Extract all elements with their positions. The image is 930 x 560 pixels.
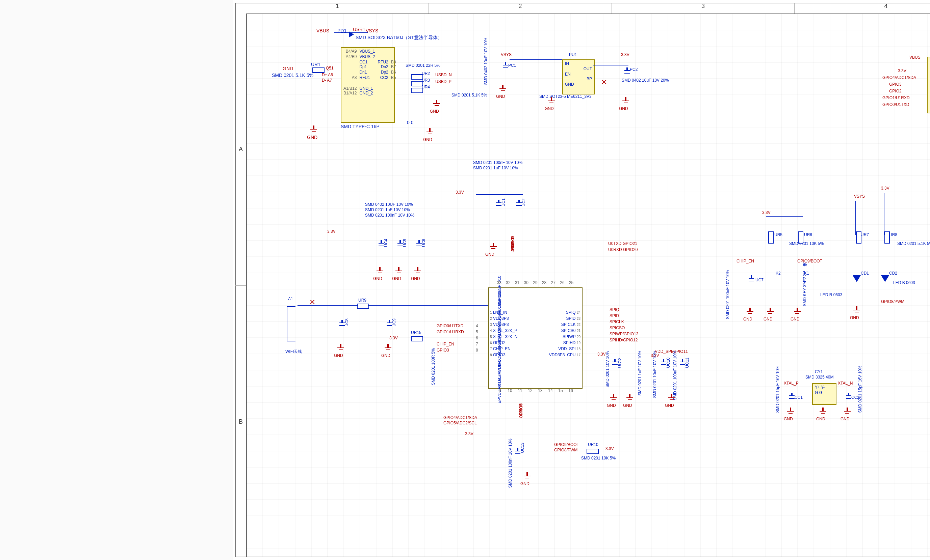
net-3v3-ic: 3.3V bbox=[390, 336, 398, 341]
bb2-0: GPIO9/BOOT bbox=[554, 443, 579, 447]
zero-symbol: 0 0 bbox=[407, 120, 413, 125]
gnd-ur4 bbox=[433, 100, 441, 108]
pu1-value: SMD SOT23-5 ME6211_3V3 bbox=[539, 94, 592, 99]
usb-right-names: RFU2 Dn2 Dp2 CC2 bbox=[377, 49, 388, 97]
ref-uc12: UC12 bbox=[617, 357, 622, 368]
uc7-cap bbox=[749, 275, 754, 285]
h2-n5: GPIO2 bbox=[889, 89, 902, 94]
net-usbd-p: USBD_P bbox=[435, 80, 451, 84]
gnd-cy1-label: GND bbox=[816, 417, 825, 421]
ur3-resistor bbox=[411, 81, 423, 86]
gnd-usb bbox=[309, 126, 318, 133]
gnd-zero-label: GND bbox=[423, 138, 432, 142]
gnd-k2-label: GND bbox=[764, 317, 773, 322]
net-chip-en: CHIP_EN bbox=[736, 259, 754, 264]
ur10-value: SMD 0201 10K 5% bbox=[581, 456, 616, 460]
ur1-gnd: GND bbox=[283, 66, 293, 71]
cd2-value: LED B 0603 bbox=[893, 281, 915, 285]
ref-uc8: UC8 bbox=[345, 318, 349, 327]
rc-val3: SMD 0201 100nF 10V 10% bbox=[673, 351, 677, 400]
rnet-4: SPIWP/GPIO13 bbox=[610, 332, 638, 336]
3v3-mid: 3.3V bbox=[456, 190, 464, 195]
ref-k2: K2 bbox=[776, 271, 781, 276]
line-vsys-pu1 bbox=[510, 59, 562, 60]
gnd-rc1 bbox=[610, 394, 617, 402]
uc11-cap bbox=[680, 359, 685, 368]
h2-n0: VBUS bbox=[909, 55, 921, 60]
gnd-uc6 bbox=[414, 267, 422, 275]
col-4: 4 bbox=[795, 3, 930, 14]
h2-n3: GPIO4/ADC1/SDA bbox=[882, 75, 916, 80]
gnd-ur4-label: GND bbox=[430, 109, 439, 114]
nc-a1 bbox=[309, 299, 315, 305]
pinnum-8: 8 bbox=[476, 348, 478, 353]
uc4-value: SMD 0402 10UF 10V 10% bbox=[365, 203, 413, 207]
gnd-cd1 bbox=[853, 306, 861, 315]
gnd-uc9 bbox=[384, 344, 392, 352]
uc6-cap bbox=[416, 240, 422, 250]
3v3-left: 3.3V bbox=[327, 229, 336, 234]
pinnum-6: 6 bbox=[476, 336, 478, 341]
line-3v3-uc bbox=[476, 194, 523, 195]
net-lbl-3: CHIP_EN bbox=[437, 342, 454, 347]
gnd-cy1 bbox=[819, 408, 827, 416]
usb-dn: D- A7 bbox=[322, 78, 332, 83]
gnd-k1-label: GND bbox=[790, 317, 800, 322]
gnd-uc8-label: GND bbox=[334, 354, 343, 358]
gnd-rc1b-label: GND bbox=[623, 404, 632, 408]
3v3-led: 3.3V bbox=[881, 186, 890, 190]
usb-right-pins: B8 B7 B6 B5 bbox=[391, 49, 396, 97]
gnd-uc5-label: GND bbox=[392, 277, 401, 281]
line-pu1-3v3 bbox=[593, 65, 628, 66]
rnet-5: SPIHD/GPIO12 bbox=[610, 338, 637, 342]
gnd-cd1-label: GND bbox=[850, 316, 859, 320]
ref-uc6: UC6 bbox=[422, 239, 426, 247]
line-en-3v3 bbox=[766, 216, 803, 216]
gnd-k2 bbox=[766, 308, 774, 316]
k1-value: SMD KEY 3*4*2 2P 按键 bbox=[803, 270, 807, 306]
usb-left-pins: B4/A9 A4/B9 A8 A1/B12 B1/A12 bbox=[343, 49, 357, 97]
gnd-pu1-in-label: GND bbox=[496, 94, 505, 99]
ic-top-nums: 33 32 31 30 29 28 27 26 25 bbox=[495, 281, 576, 285]
ref-uc1: UC1 bbox=[502, 198, 506, 206]
cc1-value: SMD 0201 15pF 16V 10% bbox=[776, 366, 780, 413]
3v3-en: 3.3V bbox=[762, 210, 771, 215]
gnd-rc2-label: GND bbox=[665, 404, 674, 408]
gnd-k1 bbox=[793, 308, 801, 316]
usb-left-names: VBUS_1 VBUS_2 CC1 Dp1 Dn1 RFU1 GND_1 GND… bbox=[359, 49, 375, 97]
ref-uc2: UC2 bbox=[522, 198, 526, 206]
gnd-cc2-label: GND bbox=[841, 417, 850, 421]
rnet-1: SPID bbox=[610, 314, 619, 318]
net-lbl-4: GPIO3 bbox=[437, 348, 449, 353]
ref-pc2: PC2 bbox=[630, 68, 637, 72]
3v3-right-caps: 3.3V bbox=[597, 352, 606, 357]
ref-ur5: UR5 bbox=[774, 233, 782, 237]
ref-ur4: UR4 bbox=[422, 85, 430, 89]
col-1: 1 bbox=[246, 3, 429, 14]
schematic-sheet: 1 2 3 4 5 A B B4/A9 A4/B9 A8 A1/B12 B1/A… bbox=[232, 0, 930, 560]
gnd-uc8 bbox=[337, 344, 345, 352]
nc-bp bbox=[601, 80, 607, 85]
cap-values-2: SMD 0201 1uF 10V 10% bbox=[473, 166, 518, 170]
col-3: 3 bbox=[612, 3, 795, 14]
ref-cd2: CD2 bbox=[889, 271, 897, 276]
cd1-value: LED R 0603 bbox=[820, 293, 842, 297]
ref-ur9: UR9 bbox=[358, 298, 366, 302]
ref-ur1: UR1 bbox=[311, 62, 320, 67]
vsys-led: VSYS bbox=[854, 194, 865, 199]
gnd-uc13 bbox=[523, 472, 531, 480]
ref-uc4: UC4 bbox=[384, 239, 388, 247]
usb-dp: D+ A6 bbox=[322, 73, 333, 77]
ref-ur3: UR3 bbox=[422, 78, 430, 83]
gnd-rc1b bbox=[626, 394, 634, 402]
gnd-ucx-label: GND bbox=[485, 252, 494, 257]
ic-bottom-nums: 9 10 11 12 13 14 15 16 bbox=[495, 389, 576, 393]
h2-n7: GPIO0/U1TXD bbox=[882, 103, 909, 107]
gnd-uc7 bbox=[746, 308, 754, 316]
ref-cy1: CY1 bbox=[815, 370, 822, 374]
row-ruler: A B bbox=[236, 14, 246, 557]
gnd-zero bbox=[426, 128, 434, 136]
line-vsys-led bbox=[855, 201, 856, 235]
ref-ur8: UR8 bbox=[889, 233, 897, 237]
gnd-uc6-label: GND bbox=[411, 277, 420, 281]
